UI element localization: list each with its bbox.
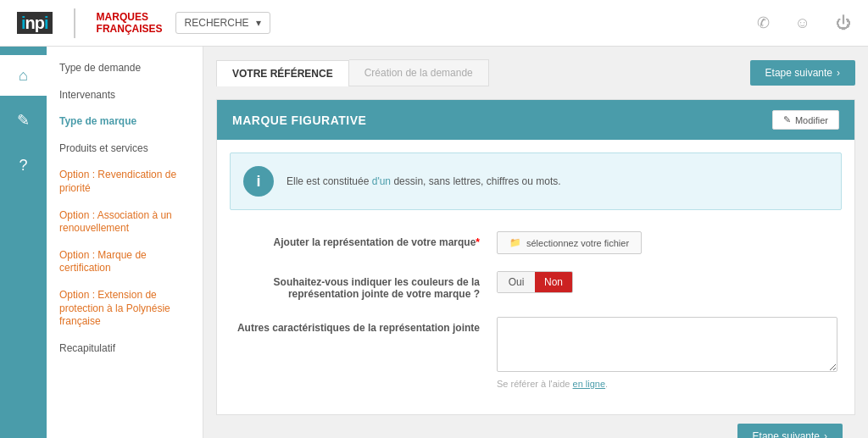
- left-nav: ⌂ ✎ ?: [0, 47, 47, 438]
- modifier-icon: ✎: [783, 114, 791, 125]
- sidebar-item-type-marque[interactable]: Type de marque: [47, 108, 203, 136]
- file-btn-label: sélectionnez votre fichier: [526, 238, 629, 248]
- sidebar-item-option-certification[interactable]: Option : Marque de certification: [47, 242, 203, 282]
- logo-marques: MARQUES FRANÇAISES: [97, 11, 163, 36]
- info-highlight: d'un: [372, 175, 391, 187]
- next-button-top[interactable]: Etape suivante ›: [750, 60, 855, 86]
- info-box: i Elle est constituée d'un dessin, sans …: [230, 152, 842, 210]
- sidebar-item-recapitulatif[interactable]: Recapitulatif: [47, 335, 203, 363]
- modifier-label: Modifier: [795, 115, 828, 125]
- search-dropdown[interactable]: RECHERCHE ▾: [175, 12, 270, 34]
- help-link[interactable]: en ligne: [573, 379, 606, 389]
- modifier-button[interactable]: ✎ Modifier: [772, 110, 839, 130]
- tab-votre-reference[interactable]: VOTRE RÉFÉRENCE: [216, 60, 349, 86]
- main-content: VOTRE RÉFÉRENCE Création de la demande E…: [203, 47, 868, 438]
- characteristics-control: Se référer à l'aide en ligne.: [497, 317, 837, 389]
- characteristics-textarea[interactable]: [497, 317, 837, 372]
- colors-control: Oui Non: [497, 271, 837, 293]
- tab-creation-demande[interactable]: Création de la demande: [349, 59, 489, 86]
- main-layout: ⌂ ✎ ? Type de demande Intervenants Type …: [0, 47, 868, 438]
- info-icon: i: [243, 166, 274, 197]
- characteristics-label: Autres caractéristiques de la représenta…: [234, 317, 497, 334]
- next-label-top: Etape suivante: [765, 67, 832, 79]
- file-select-button[interactable]: 📁 sélectionnez votre fichier: [497, 231, 642, 254]
- header-icons: ✆ ☺ ⏻: [757, 14, 851, 32]
- help-icon: ?: [19, 157, 27, 175]
- nav-home[interactable]: ⌂: [0, 55, 47, 96]
- sidebar-item-option-priorite[interactable]: Option : Revendication de priorité: [47, 162, 203, 202]
- header: inpi MARQUES FRANÇAISES RECHERCHE ▾ ✆ ☺ …: [0, 0, 868, 47]
- toggle-oui-button[interactable]: Oui: [498, 272, 535, 292]
- next-button-bottom[interactable]: Etape suivante ›: [737, 424, 843, 438]
- chevron-down-icon: ▾: [256, 17, 261, 29]
- form-row-characteristics: Autres caractéristiques de la représenta…: [234, 317, 837, 389]
- sidebar: Type de demande Intervenants Type de mar…: [47, 47, 203, 438]
- bottom-bar: Etape suivante ›: [216, 415, 855, 438]
- home-icon: ⌂: [19, 67, 28, 85]
- help-text: Se référer à l'aide en ligne.: [497, 379, 837, 389]
- logo-inpi: inpi: [17, 12, 53, 34]
- panel-header: MARQUE FIGURATIVE ✎ Modifier: [217, 100, 854, 140]
- toggle-non-button[interactable]: Non: [535, 272, 572, 292]
- next-label-bottom: Etape suivante: [753, 430, 820, 438]
- power-icon[interactable]: ⏻: [836, 14, 851, 32]
- top-bar: VOTRE RÉFÉRENCE Création de la demande E…: [216, 59, 855, 86]
- sidebar-item-option-polynesie[interactable]: Option : Extension de protection à la Po…: [47, 282, 203, 335]
- form-row-file: Ajouter la représentation de votre marqu…: [234, 231, 837, 254]
- phone-icon[interactable]: ✆: [757, 14, 770, 32]
- next-arrow-top: ›: [837, 67, 840, 79]
- edit-icon: ✎: [17, 111, 30, 130]
- sidebar-item-produits[interactable]: Produits et services: [47, 136, 203, 163]
- toggle-group: Oui Non: [497, 271, 573, 293]
- nav-help[interactable]: ?: [0, 145, 47, 186]
- form-area: Ajouter la représentation de votre marqu…: [217, 223, 854, 414]
- next-arrow-bottom: ›: [824, 430, 827, 438]
- file-label: Ajouter la représentation de votre marqu…: [234, 231, 497, 248]
- colors-label: Souhaitez-vous indiquer les couleurs de …: [234, 271, 497, 300]
- content-panel: MARQUE FIGURATIVE ✎ Modifier i Elle est …: [216, 99, 855, 415]
- form-row-colors: Souhaitez-vous indiquer les couleurs de …: [234, 271, 837, 300]
- sidebar-item-type-demande[interactable]: Type de demande: [47, 55, 203, 82]
- logo-divider: [74, 8, 75, 38]
- sidebar-item-intervenants[interactable]: Intervenants: [47, 82, 203, 109]
- folder-icon: 📁: [509, 237, 521, 248]
- header-left: inpi MARQUES FRANÇAISES RECHERCHE ▾: [17, 8, 270, 38]
- user-icon[interactable]: ☺: [795, 14, 810, 32]
- panel-title: MARQUE FIGURATIVE: [232, 114, 366, 127]
- nav-edit[interactable]: ✎: [0, 100, 47, 141]
- sidebar-item-option-renouvellement[interactable]: Option : Association à un renouvellement: [47, 202, 203, 242]
- tabs: VOTRE RÉFÉRENCE Création de la demande: [216, 59, 489, 86]
- info-text: Elle est constituée d'un dessin, sans le…: [287, 175, 561, 187]
- required-star: *: [476, 236, 480, 248]
- file-control: 📁 sélectionnez votre fichier: [497, 231, 837, 254]
- search-label: RECHERCHE: [185, 17, 249, 29]
